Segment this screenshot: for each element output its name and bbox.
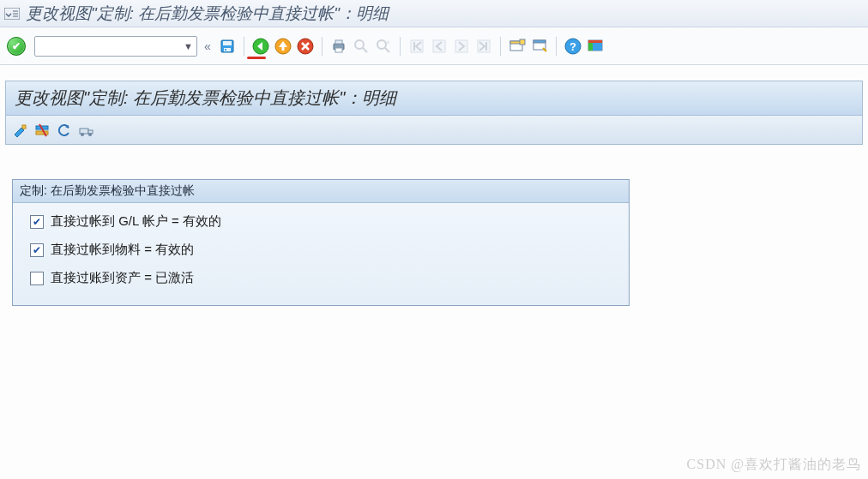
prev-page-icon [430,37,449,56]
svg-point-17 [377,40,386,49]
svg-rect-26 [520,39,525,45]
cancel-icon[interactable] [296,37,315,56]
group-box: 定制: 在后勤发票检验中直接过帐 直接过帐到 G/L 帐户 = 有效的 直接过帐… [12,179,630,306]
svg-point-41 [81,133,84,136]
find-next-icon: + [374,37,393,56]
group-title: 定制: 在后勤发票检验中直接过帐 [13,180,629,203]
svg-rect-10 [281,46,284,51]
svg-point-15 [355,40,364,49]
svg-rect-21 [433,40,445,52]
command-field[interactable]: ▼ [34,36,197,57]
svg-rect-37 [36,131,48,135]
other-entry-icon[interactable] [11,122,28,139]
checkbox-row: 直接过帐到 G/L 帐户 = 有效的 [30,213,612,230]
svg-rect-13 [335,40,342,44]
page-title: 更改视图"定制: 在后勤发票检验中直接过帐"：明细 [15,87,853,110]
toolbar-separator [244,37,244,56]
delete-icon[interactable] [33,122,51,139]
toolbar-separator [500,37,501,56]
svg-line-16 [363,48,367,52]
svg-text:+: + [386,39,390,46]
accept-button[interactable]: ✔ [7,37,26,56]
svg-rect-39 [80,129,88,134]
checkbox-row: 直接过账到资产 = 已激活 [30,270,612,286]
print-icon[interactable] [329,37,348,56]
svg-point-42 [88,133,92,136]
svg-rect-22 [455,40,467,52]
last-page-icon [474,37,493,56]
undo-icon[interactable] [56,122,73,139]
system-menu-icon[interactable] [3,5,21,22]
svg-rect-14 [335,48,342,52]
main-toolbar: ✔ ▼ « + [0,27,868,65]
next-page-icon [452,37,471,56]
svg-rect-35 [22,125,26,129]
save-icon[interactable] [218,37,237,56]
create-shortcut-icon[interactable] [530,37,549,56]
svg-rect-28 [533,40,546,43]
window-title: 更改视图"定制: 在后勤发票检验中直接过帐"：明细 [26,3,389,25]
checkbox[interactable] [30,243,44,257]
window-titlebar: 更改视图"定制: 在后勤发票检验中直接过帐"：明细 [0,0,868,27]
toolbar-separator [400,37,401,56]
checkbox[interactable] [30,215,44,229]
dropdown-icon[interactable]: ▼ [184,41,193,51]
checkbox-label: 直接过帐到 G/L 帐户 = 有效的 [51,213,221,230]
toolbar-separator [322,37,322,56]
find-icon [352,37,371,56]
new-session-icon[interactable] [508,37,527,56]
transport-icon[interactable] [78,122,95,139]
customize-layout-icon[interactable] [586,37,605,56]
checkbox-label: 直接过帐到物料 = 有效的 [51,242,194,258]
svg-line-18 [385,48,389,52]
page-header: 更改视图"定制: 在后勤发票检验中直接过帐"：明细 [5,81,863,116]
content-area: 更改视图"定制: 在后勤发票检验中直接过帐"：明细 定制: 在后勤发票检验中直接… [0,65,868,306]
group-body: 直接过帐到 G/L 帐户 = 有效的 直接过帐到物料 = 有效的 直接过账到资产… [13,203,629,305]
save-highlight [247,57,266,59]
checkbox-label: 直接过账到资产 = 已激活 [51,270,194,286]
exit-icon[interactable] [274,37,292,56]
toolbar-separator [556,37,557,56]
back-icon[interactable] [251,37,270,56]
checkbox[interactable] [30,272,44,285]
svg-rect-32 [588,40,602,43]
watermark: CSDN @喜欢打酱油的老鸟 [687,456,861,474]
svg-rect-34 [593,43,602,51]
svg-rect-33 [588,43,593,51]
svg-rect-7 [225,49,226,51]
svg-rect-5 [223,41,232,45]
help-icon[interactable]: ? [564,37,582,56]
first-page-icon [407,37,426,56]
checkbox-row: 直接过帐到物料 = 有效的 [30,242,612,258]
app-toolbar [5,116,863,145]
svg-text:?: ? [570,40,576,53]
history-back-icon[interactable]: « [201,39,214,53]
